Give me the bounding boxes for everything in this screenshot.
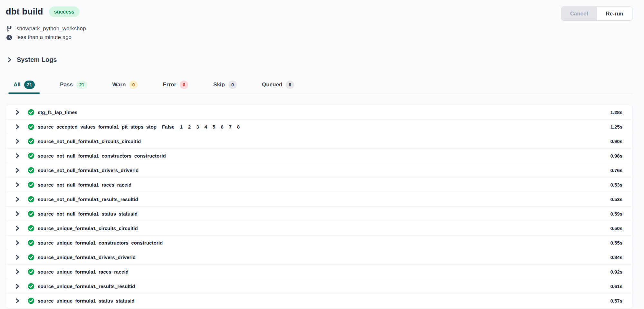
result-row[interactable]: source_not_null_formula1_circuits_circui… [6,134,632,149]
run-detail-page: dbt build success Cancel Re-run snowpark… [0,0,644,309]
result-name: source_accepted_values_formula1_pit_stop… [38,124,240,130]
expand-chevron-icon[interactable] [14,269,20,275]
page-title: dbt build [6,7,43,17]
system-logs-label: System Logs [17,56,57,63]
result-name: source_not_null_formula1_races_raceid [38,182,131,188]
git-branch-icon [6,26,13,32]
result-row[interactable]: source_unique_formula1_drivers_driverid … [6,250,632,265]
result-duration: 0.53s [610,182,622,188]
tab-warn[interactable]: Warn 0 [107,81,143,93]
system-logs-toggle[interactable]: System Logs [6,56,57,63]
clock-icon [6,34,13,41]
tab-label: Error [163,82,176,88]
result-name: source_not_null_formula1_results_resulti… [38,197,138,202]
title-wrap: dbt build success [6,6,80,17]
cancel-button[interactable]: Cancel [561,7,597,20]
tab-label: Warn [112,82,126,88]
result-duration: 0.92s [610,269,622,275]
result-name: source_unique_formula1_status_statusid [38,298,135,304]
result-duration: 0.59s [610,211,622,217]
expand-chevron-icon[interactable] [14,196,20,202]
result-name: source_not_null_formula1_drivers_driveri… [38,168,139,173]
result-duration: 0.98s [610,153,622,159]
expand-chevron-icon[interactable] [14,109,20,115]
run-meta: snowpark_python_workshop less than a min… [6,25,632,41]
tab-label: All [14,82,21,88]
tab-label: Skip [213,82,225,88]
result-name: stg_f1_lap_times [38,110,77,115]
result-duration: 1.28s [610,110,622,115]
success-check-icon [28,239,34,246]
time-ago: less than a minute ago [16,34,72,41]
success-check-icon [28,268,34,275]
success-check-icon [28,181,34,188]
result-name: source_unique_formula1_constructors_cons… [38,240,163,246]
tab-queued[interactable]: Queued 0 [257,81,299,93]
result-duration: 0.76s [610,168,622,173]
result-name: source_unique_formula1_circuits_circuiti… [38,226,138,231]
chevron-right-icon [7,57,12,63]
expand-chevron-icon[interactable] [14,225,20,231]
header: dbt build success Cancel Re-run [6,6,632,21]
result-row[interactable]: stg_f1_lap_times 1.28s [6,105,632,120]
result-duration: 0.57s [610,298,622,304]
result-row[interactable]: source_accepted_values_formula1_pit_stop… [6,120,632,134]
expand-chevron-icon[interactable] [14,167,20,173]
results-list: stg_f1_lap_times 1.28s source_accepted_v… [6,105,632,308]
tab-skip[interactable]: Skip 0 [208,81,242,93]
status-badge: success [49,6,80,17]
success-check-icon [28,152,34,159]
result-duration: 0.53s [610,197,622,202]
success-check-icon [28,210,34,217]
rerun-button[interactable]: Re-run [597,7,632,20]
tab-count-badge: 0 [228,81,237,89]
success-check-icon [28,283,34,290]
tab-all[interactable]: All 21 [8,81,40,93]
expand-chevron-icon[interactable] [14,298,20,304]
success-check-icon [28,225,34,232]
expand-chevron-icon[interactable] [14,283,20,289]
result-row[interactable]: source_unique_formula1_status_statusid 0… [6,294,632,308]
expand-chevron-icon[interactable] [14,182,20,188]
result-name: source_not_null_formula1_circuits_circui… [38,139,141,144]
result-row[interactable]: source_unique_formula1_races_raceid 0.92… [6,265,632,279]
tab-count-badge: 0 [286,81,294,89]
expand-chevron-icon[interactable] [14,138,20,144]
expand-chevron-icon[interactable] [14,240,20,246]
tab-count-badge: 0 [180,81,188,89]
result-duration: 0.84s [610,255,622,260]
run-actions: Cancel Re-run [561,6,632,21]
result-row[interactable]: source_unique_formula1_circuits_circuiti… [6,221,632,236]
result-row[interactable]: source_not_null_formula1_drivers_driveri… [6,163,632,178]
result-name: source_unique_formula1_drivers_driverid [38,255,136,260]
tab-label: Pass [60,82,73,88]
result-name: source_not_null_formula1_status_statusid [38,211,138,217]
tabs: All 21 Pass 21 Warn 0 Error 0 Skip 0 Que… [6,81,632,93]
result-row[interactable]: source_not_null_formula1_status_statusid… [6,207,632,221]
success-check-icon [28,196,34,203]
expand-chevron-icon[interactable] [14,153,20,159]
tab-pass[interactable]: Pass 21 [55,81,92,93]
result-duration: 1.25s [610,124,622,130]
branch-name: snowpark_python_workshop [16,25,86,32]
result-row[interactable]: source_not_null_formula1_races_raceid 0.… [6,178,632,192]
result-row[interactable]: source_unique_formula1_results_resultid … [6,279,632,294]
success-check-icon [28,123,34,130]
result-row[interactable]: source_not_null_formula1_constructors_co… [6,149,632,163]
tab-count-badge: 0 [129,81,138,89]
time-row: less than a minute ago [6,34,632,41]
expand-chevron-icon[interactable] [14,211,20,217]
result-duration: 0.61s [610,284,622,289]
result-row[interactable]: source_not_null_formula1_results_resulti… [6,192,632,207]
success-check-icon [28,109,34,116]
expand-chevron-icon[interactable] [14,124,20,130]
result-row[interactable]: source_unique_formula1_constructors_cons… [6,236,632,250]
tab-count-badge: 21 [76,81,87,89]
tab-error[interactable]: Error 0 [158,81,193,93]
branch-row: snowpark_python_workshop [6,25,632,32]
result-duration: 0.50s [610,226,622,231]
result-duration: 0.55s [610,240,622,246]
tab-label: Queued [262,82,282,88]
expand-chevron-icon[interactable] [14,254,20,260]
success-check-icon [28,297,34,304]
